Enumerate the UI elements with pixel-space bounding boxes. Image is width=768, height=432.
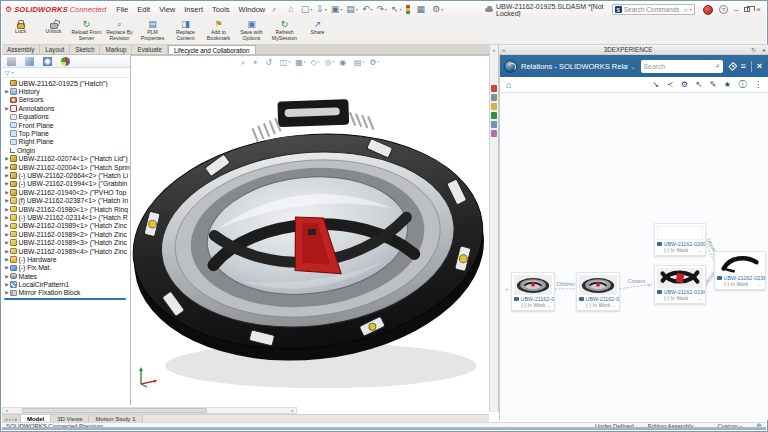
tree-item[interactable]: ▶ LocalCirPattern1 (2, 280, 130, 288)
tree-item[interactable]: ▶ UBW-21162-01989<3> ("Hatch Zinc (2, 238, 130, 246)
tree-item[interactable]: ▶ Sensors (2, 96, 130, 104)
tab-motion-study[interactable]: Motion Study 1 (89, 415, 142, 422)
menu-item[interactable]: View (159, 5, 175, 14)
search-commands-input[interactable]: S Search Commands ⌕ ▾ (612, 4, 695, 15)
search-scope-caret-icon[interactable]: ▾ (690, 7, 692, 12)
menu-item[interactable]: Tools (212, 5, 230, 14)
pin-menu-icon[interactable]: ↗ (271, 6, 276, 13)
view-orientation-icon[interactable]: ▦▾ (295, 59, 305, 67)
tree-item[interactable]: ▶ (-) UBW-21162-02314<1> ("Hatch R (2, 213, 130, 221)
tree-item[interactable]: ▶ UBW-21162-02004<1> ("Hatch Sprin (2, 163, 130, 171)
restore-window-button[interactable] (744, 7, 750, 12)
edit-appearance-icon[interactable]: ◉▾ (339, 59, 349, 67)
more-options-icon[interactable]: ⋮ (754, 80, 762, 89)
home-icon[interactable]: ⌂▾ (288, 5, 296, 14)
tree-item[interactable]: ▶ (f) UBW-21162-02387<1> ("Hatch In (2, 196, 130, 204)
select-icon[interactable]: ↖▾ (391, 5, 402, 14)
graph-node-assembly[interactable]: UBW-21162-01925 (-) In Work⌄ (511, 272, 555, 311)
tree-item[interactable]: ▶ Annotations (2, 104, 130, 112)
command-tab[interactable]: Layout (40, 45, 70, 54)
command-tab-active[interactable]: Lifecycle and Collaboration (168, 45, 256, 54)
ribbon-button[interactable]: ⌕ Replace By Revision (103, 18, 136, 41)
menu-item[interactable]: Insert (184, 5, 203, 14)
view-settings-icon[interactable]: ⚙▾ (369, 59, 379, 67)
command-tab[interactable]: Markup (100, 45, 132, 54)
ribbon-button[interactable]: ↻ Reload From Server (70, 18, 103, 41)
file-explorer-tab-icon[interactable] (491, 103, 498, 110)
apply-scene-icon[interactable]: ▤▾ (354, 59, 364, 67)
zoom-to-area-icon[interactable]: ⌖▾ (253, 59, 260, 67)
tree-item[interactable]: ▶ UBW-21162-02074<1> ("Hatch Lid") (2, 155, 130, 163)
tag-icon[interactable] (728, 62, 737, 71)
tree-item[interactable]: ▶ UBW-21162-01940<2> ("PVHO Top (2, 188, 130, 196)
command-tab[interactable]: Assembly (2, 45, 40, 54)
close-panel-icon[interactable]: × (757, 62, 762, 71)
ribbon-button[interactable]: ◨ Replace Content (169, 18, 202, 41)
tree-item[interactable]: ▶ Mirror Fixation Block (2, 289, 130, 297)
command-tab[interactable]: Evaluate (132, 45, 168, 54)
ribbon-button[interactable]: ↗ Share (301, 18, 334, 36)
ribbon-button[interactable]: ▣ Save with Options (235, 18, 268, 41)
search-icon[interactable]: ⌕ (715, 61, 719, 71)
tree-item[interactable]: ▶ UBW-21162-01980<1> ("Hatch Ring (2, 205, 130, 213)
view-palette-tab-icon[interactable] (491, 112, 498, 119)
tree-item[interactable]: ▶ (-) Fix.Mat. (2, 264, 130, 272)
task-pane-icon[interactable]: ▦▾ (417, 5, 429, 14)
graph-node-drawing[interactable]: UBW-21162-02004 (-) In Work⌄ (654, 223, 706, 256)
custom-properties-tab-icon[interactable] (491, 130, 498, 137)
hide-show-items-icon[interactable]: ◎▾ (324, 59, 334, 67)
minimize-button[interactable]: – (734, 6, 738, 14)
graph-node-handle-part[interactable]: UBW-21162-01940 (-) In Work⌄ (654, 265, 706, 304)
node-state-caret-icon[interactable]: ⌄ (758, 281, 762, 287)
tree-item[interactable]: ▶ History (2, 87, 130, 95)
home-icon[interactable]: ⌂ (506, 80, 511, 90)
close-window-button[interactable]: × (756, 6, 761, 14)
help-icon[interactable]: ? (719, 5, 728, 14)
ribbon-button[interactable]: ⚑ Add to Bookmark (202, 18, 235, 41)
search-icon[interactable]: ⌕ (684, 6, 688, 14)
3dexperience-tab-icon[interactable] (491, 85, 498, 92)
ribbon-button[interactable]: Unlock (37, 18, 70, 35)
tree-item[interactable]: ▶ Right Plane (2, 138, 130, 146)
appearances-tab-icon[interactable] (491, 121, 498, 128)
command-tab[interactable]: Sketch (70, 45, 100, 54)
save-icon[interactable]: ▣▾ (331, 5, 343, 14)
menu-item[interactable]: File (116, 5, 128, 14)
xpress-products-icon[interactable]: ▾ (406, 5, 413, 14)
print-icon[interactable]: ▤▾ (346, 5, 358, 14)
graph-node-subassembly[interactable]: UBW-21162-02074 (-) In Work⌄ (576, 272, 620, 311)
tree-filter[interactable]: ▽ ▾ (2, 68, 130, 78)
app-title[interactable]: Relations - SOLIDWORKS Relatio... (521, 62, 628, 71)
tab-3d-views[interactable]: 3D Views (51, 415, 89, 422)
tree-item[interactable]: ▶ Equations (2, 113, 130, 121)
tree-item[interactable]: ▶ (-) UBW-21162-02664<2> ("Hatch Li (2, 171, 130, 179)
tree-item[interactable]: ▶ (-) UBW-21162-01994<1> ("Grabbin (2, 180, 130, 188)
tree-item[interactable]: ▶ Origin (2, 146, 130, 154)
scroll-right-icon[interactable]: ▸ (289, 408, 296, 413)
ribbon-button[interactable]: ↻ Refresh MySession (268, 18, 301, 41)
design-library-tab-icon[interactable] (491, 94, 498, 101)
ribbon-button[interactable]: Lock (4, 18, 37, 35)
menu-item[interactable]: Window (239, 5, 266, 14)
node-state-caret-icon[interactable]: ⌄ (547, 302, 551, 308)
graphics-viewport[interactable]: ⌕▾ ⌖▾ ↺▾ ◫▾ ▦▾ ◇▾ (131, 55, 489, 412)
zoom-to-fit-icon[interactable]: ⌕▾ (241, 59, 248, 67)
node-state-caret-icon[interactable]: ⌄ (698, 295, 702, 301)
open-file-icon[interactable]: ⇩▾ (316, 5, 327, 14)
previous-view-icon[interactable]: ↺▾ (265, 59, 274, 67)
menu-hamburger-icon[interactable]: ≡ (741, 62, 746, 71)
node-state-caret-icon[interactable]: ⌄ (698, 247, 702, 253)
scroll-left-icon[interactable]: ◂ (3, 408, 10, 413)
tree-item[interactable]: ▶ UBW-21162-01989<4> ("Hatch Zinc (2, 247, 130, 255)
display-style-icon[interactable]: ◇▾ (310, 59, 319, 67)
expand-chevron-icon[interactable]: » (502, 47, 505, 53)
navigate-arrow-icon[interactable]: ↘ (652, 80, 659, 89)
node-state-caret-icon[interactable]: ⌄ (612, 302, 616, 308)
edit-pencil-icon[interactable]: ✎ (710, 80, 717, 89)
refresh-pane-icon[interactable]: ↻ (751, 46, 756, 53)
app-switcher-caret-icon[interactable]: ⌄ (631, 63, 636, 70)
tree-item[interactable]: ▶ Front Plane (2, 121, 130, 129)
new-file-icon[interactable]: ▢▾ (301, 5, 313, 14)
menu-item[interactable]: Edit (137, 5, 150, 14)
section-view-icon[interactable]: ◫▾ (280, 59, 290, 67)
